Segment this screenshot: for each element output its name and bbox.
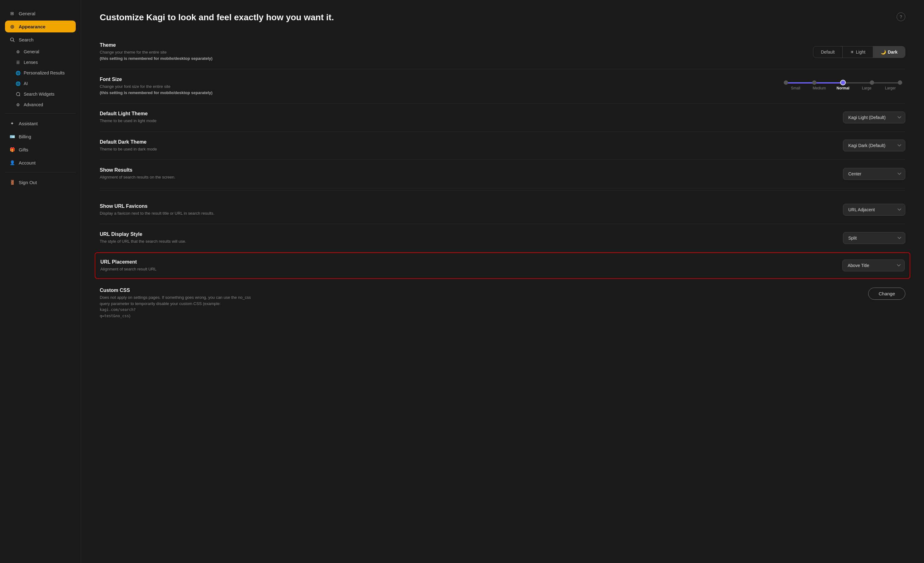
sidebar-item-account[interactable]: 👤 Account <box>5 157 76 169</box>
default-dark-theme-desc: Theme to be used in dark mode <box>100 146 157 152</box>
default-dark-theme-label: Default Dark Theme <box>100 139 157 145</box>
label-small: Small <box>784 86 807 90</box>
label-large: Large <box>855 86 879 90</box>
sidebar-item-ai[interactable]: 🌐 AI <box>11 78 76 88</box>
slider-track <box>784 82 902 84</box>
sidebar-item-general[interactable]: ⊞ General <box>5 7 76 19</box>
show-url-favicons-setting: Show URL Favicons Display a favicon next… <box>100 196 905 224</box>
slider-dot-normal[interactable] <box>840 80 846 85</box>
url-display-style-label: URL Display Style <box>100 232 186 237</box>
custom-css-info: Custom CSS Does not apply on settings pa… <box>100 287 255 319</box>
show-url-favicons-label: Show URL Favicons <box>100 204 214 209</box>
url-display-style-desc: The style of URL that the search results… <box>100 238 186 245</box>
default-light-theme-setting: Default Light Theme Theme to be used in … <box>100 103 905 132</box>
sidebar-item-sign-out[interactable]: 🚪 Sign Out <box>5 176 76 188</box>
font-size-label: Font Size <box>100 76 213 82</box>
theme-desc: Change your theme for the entire site (t… <box>100 49 213 61</box>
font-size-control: Small Medium Normal Large Larger <box>781 82 905 90</box>
sidebar-item-lenses[interactable]: ☰ Lenses <box>11 57 76 67</box>
page-header: Customize Kagi to look and feel exactly … <box>100 12 905 22</box>
sidebar-item-general-label: General <box>19 11 35 16</box>
label-medium: Medium <box>807 86 831 90</box>
sidebar-sub-personalized-label: Personalized Results <box>24 70 65 75</box>
show-results-label: Show Results <box>100 167 176 173</box>
sidebar-item-gifts[interactable]: 🎁 Gifts <box>5 144 76 156</box>
sidebar-sign-out-label: Sign Out <box>19 180 37 185</box>
globe-icon: 🌐 <box>16 70 21 75</box>
sidebar-item-search[interactable]: Search <box>5 34 76 45</box>
sidebar-assistant-label: Assistant <box>19 121 38 126</box>
assistant-icon: ✦ <box>9 121 15 126</box>
theme-note: (this setting is remembered for mobile/d… <box>100 56 213 61</box>
slider-dot-small[interactable] <box>784 80 788 85</box>
theme-label: Theme <box>100 42 213 48</box>
section-divider <box>100 191 905 191</box>
sidebar-sub-lenses-label: Lenses <box>24 60 38 65</box>
search-icon <box>9 37 15 42</box>
sidebar-item-personalized-results[interactable]: 🌐 Personalized Results <box>11 68 76 78</box>
slider-dot-medium[interactable] <box>812 80 816 85</box>
default-light-theme-dropdown[interactable]: Kagi Light (Default) <box>843 112 905 123</box>
advanced-icon: ⚙ <box>16 102 21 107</box>
url-display-style-setting: URL Display Style The style of URL that … <box>100 224 905 252</box>
ai-icon: 🌐 <box>16 81 21 86</box>
appearance-icon: ◎ <box>9 24 15 29</box>
slider-dot-larger[interactable] <box>898 80 902 85</box>
sidebar-item-search-widgets[interactable]: Search Widgets <box>11 89 76 99</box>
url-display-style-dropdown[interactable]: Split <box>843 232 905 244</box>
svg-line-1 <box>13 40 14 42</box>
url-placement-desc: Alignment of search result URL <box>100 266 156 272</box>
sidebar-sub-advanced-label: Advanced <box>24 102 43 107</box>
account-icon: 👤 <box>9 160 15 165</box>
theme-info: Theme Change your theme for the entire s… <box>100 42 213 61</box>
font-size-note: (this setting is remembered for mobile/d… <box>100 90 213 95</box>
sign-out-icon: 🚪 <box>9 180 15 185</box>
gift-icon: 🎁 <box>9 147 15 152</box>
sidebar-item-general-search[interactable]: ⚙ General <box>11 47 76 57</box>
custom-css-label: Custom CSS <box>100 287 255 293</box>
sidebar: ⊞ General ◎ Appearance Search ⚙ General … <box>0 0 81 563</box>
grid-icon: ⊞ <box>9 10 15 16</box>
billing-icon: 🪪 <box>9 134 15 139</box>
url-display-style-info: URL Display Style The style of URL that … <box>100 232 186 245</box>
main-content: Customize Kagi to look and feel exactly … <box>81 0 924 563</box>
sidebar-item-assistant[interactable]: ✦ Assistant <box>5 117 76 129</box>
url-placement-label: URL Placement <box>100 259 156 265</box>
theme-light-button[interactable]: ☀ Light <box>842 46 873 58</box>
show-results-info: Show Results Alignment of search results… <box>100 167 176 180</box>
default-dark-theme-setting: Default Dark Theme Theme to be used in d… <box>100 132 905 160</box>
show-results-dropdown[interactable]: Center <box>843 168 905 180</box>
default-dark-theme-info: Default Dark Theme Theme to be used in d… <box>100 139 157 152</box>
theme-default-button[interactable]: Default <box>813 46 842 58</box>
widgets-icon <box>16 91 21 97</box>
font-size-info: Font Size Change your font size for the … <box>100 76 213 96</box>
moon-icon: 🌙 <box>880 49 886 54</box>
sidebar-sub-ai-label: AI <box>24 81 28 86</box>
page-title: Customize Kagi to look and feel exactly … <box>100 12 334 22</box>
sidebar-sub-general-label: General <box>24 49 39 54</box>
sidebar-item-billing[interactable]: 🪪 Billing <box>5 130 76 142</box>
theme-toggle: Default ☀ Light 🌙 Dark <box>813 46 905 58</box>
default-light-theme-desc: Theme to be used in light mode <box>100 118 156 124</box>
url-placement-dropdown[interactable]: Above Title <box>842 259 904 271</box>
custom-css-change-button[interactable]: Change <box>868 287 905 300</box>
label-larger: Larger <box>879 86 902 90</box>
gear-icon: ⚙ <box>16 49 21 54</box>
show-url-favicons-dropdown[interactable]: URL Adjacent <box>843 204 905 216</box>
font-size-setting: Font Size Change your font size for the … <box>100 69 905 103</box>
help-icon[interactable]: ? <box>897 12 905 21</box>
slider-dots <box>784 80 902 85</box>
theme-dark-button[interactable]: 🌙 Dark <box>873 46 905 58</box>
sidebar-account-label: Account <box>19 160 36 165</box>
show-url-favicons-desc: Display a favicon next to the result tit… <box>100 210 214 217</box>
sidebar-item-advanced[interactable]: ⚙ Advanced <box>11 100 76 110</box>
sidebar-billing-label: Billing <box>19 134 31 139</box>
sidebar-gifts-label: Gifts <box>19 147 28 152</box>
url-placement-info: URL Placement Alignment of search result… <box>100 259 156 272</box>
slider-dot-large[interactable] <box>870 80 874 85</box>
show-url-favicons-info: Show URL Favicons Display a favicon next… <box>100 204 214 217</box>
default-dark-theme-dropdown[interactable]: Kagi Dark (Default) <box>843 139 905 151</box>
sidebar-sub-widgets-label: Search Widgets <box>24 91 54 97</box>
default-light-theme-label: Default Light Theme <box>100 111 156 117</box>
sidebar-item-appearance[interactable]: ◎ Appearance <box>5 21 76 32</box>
